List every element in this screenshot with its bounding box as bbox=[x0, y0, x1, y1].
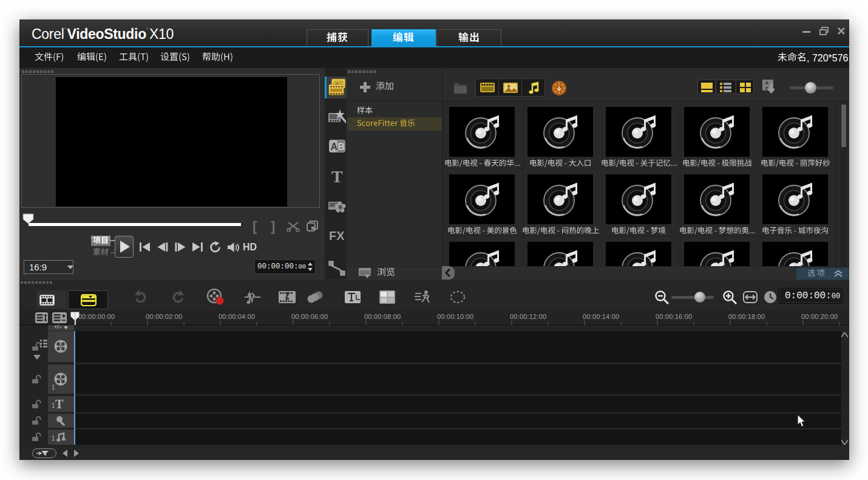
svg-text:A: A bbox=[331, 142, 338, 152]
svg-text:B: B bbox=[338, 142, 345, 152]
svg-text:Z: Z bbox=[765, 86, 768, 91]
